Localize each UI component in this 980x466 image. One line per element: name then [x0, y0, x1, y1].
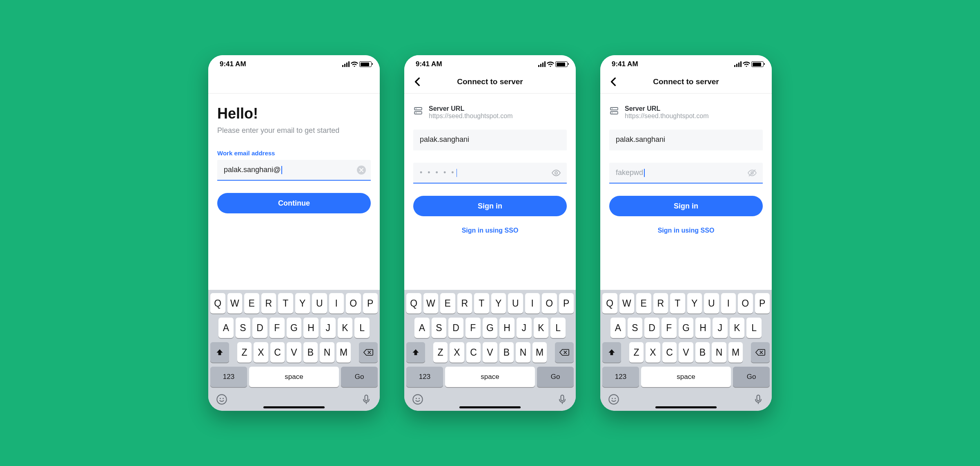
key-u[interactable]: U — [508, 293, 523, 314]
key-n[interactable]: N — [516, 342, 530, 363]
key-z[interactable]: Z — [433, 342, 448, 363]
hide-password-icon[interactable] — [747, 168, 757, 178]
key-y[interactable]: Y — [687, 293, 702, 314]
key-d[interactable]: D — [644, 318, 659, 338]
key-z[interactable]: Z — [629, 342, 644, 363]
key-b[interactable]: B — [303, 342, 318, 363]
username-field[interactable]: palak.sanghani — [413, 130, 567, 150]
key-i[interactable]: I — [525, 293, 540, 314]
emoji-icon[interactable] — [608, 394, 619, 407]
mic-icon[interactable] — [557, 394, 568, 407]
password-field[interactable]: fakepwd — [609, 163, 763, 184]
key-g[interactable]: G — [483, 318, 498, 338]
shift-key[interactable] — [406, 342, 425, 363]
key-w[interactable]: W — [227, 293, 243, 314]
key-b[interactable]: B — [695, 342, 710, 363]
key-o[interactable]: O — [542, 293, 557, 314]
key-h[interactable]: H — [499, 318, 514, 338]
home-indicator[interactable] — [655, 406, 717, 408]
key-l[interactable]: L — [746, 318, 762, 338]
password-field[interactable]: • • • • • — [413, 163, 567, 184]
key-f[interactable]: F — [662, 318, 677, 338]
key-i[interactable]: I — [329, 293, 344, 314]
keyboard[interactable]: QWERTYUIOP ASDFGHJKL ZXCVBNM 123 space G… — [208, 290, 380, 411]
mic-icon[interactable] — [361, 394, 372, 407]
key-s[interactable]: S — [432, 318, 447, 338]
key-o[interactable]: O — [346, 293, 361, 314]
key-k[interactable]: K — [338, 318, 353, 338]
key-s[interactable]: S — [236, 318, 251, 338]
key-r[interactable]: R — [261, 293, 276, 314]
home-indicator[interactable] — [263, 406, 325, 408]
go-key[interactable]: Go — [341, 367, 378, 387]
key-d[interactable]: D — [448, 318, 463, 338]
signin-button[interactable]: Sign in — [609, 196, 763, 216]
backspace-key[interactable] — [751, 342, 770, 363]
emoji-icon[interactable] — [216, 394, 227, 407]
space-key[interactable]: space — [249, 367, 339, 387]
key-e[interactable]: E — [636, 293, 651, 314]
back-button[interactable] — [605, 70, 621, 93]
key-g[interactable]: G — [679, 318, 694, 338]
key-c[interactable]: C — [270, 342, 285, 363]
go-key[interactable]: Go — [733, 367, 770, 387]
key-e[interactable]: E — [440, 293, 455, 314]
key-a[interactable]: A — [610, 318, 626, 338]
back-button[interactable] — [409, 70, 425, 93]
key-n[interactable]: N — [320, 342, 334, 363]
shift-key[interactable] — [210, 342, 229, 363]
key-t[interactable]: T — [474, 293, 489, 314]
key-v[interactable]: V — [679, 342, 693, 363]
key-k[interactable]: K — [730, 318, 745, 338]
key-b[interactable]: B — [499, 342, 514, 363]
key-m[interactable]: M — [336, 342, 351, 363]
key-u[interactable]: U — [312, 293, 327, 314]
key-d[interactable]: D — [252, 318, 267, 338]
key-j[interactable]: J — [321, 318, 336, 338]
key-x[interactable]: X — [646, 342, 660, 363]
email-field[interactable]: palak.sanghani@ — [217, 160, 371, 181]
home-indicator[interactable] — [459, 406, 521, 408]
key-c[interactable]: C — [662, 342, 677, 363]
key-t[interactable]: T — [278, 293, 293, 314]
numeric-key[interactable]: 123 — [210, 367, 247, 387]
key-z[interactable]: Z — [237, 342, 252, 363]
key-m[interactable]: M — [728, 342, 743, 363]
key-m[interactable]: M — [532, 342, 547, 363]
key-c[interactable]: C — [466, 342, 481, 363]
key-h[interactable]: H — [303, 318, 318, 338]
key-q[interactable]: Q — [602, 293, 617, 314]
keyboard[interactable]: QWERTYUIOP ASDFGHJKL ZXCVBNM 123 space G… — [600, 290, 772, 411]
mic-icon[interactable] — [753, 394, 764, 407]
key-g[interactable]: G — [287, 318, 302, 338]
numeric-key[interactable]: 123 — [406, 367, 443, 387]
key-h[interactable]: H — [695, 318, 710, 338]
key-r[interactable]: R — [457, 293, 472, 314]
key-a[interactable]: A — [218, 318, 234, 338]
go-key[interactable]: Go — [537, 367, 574, 387]
key-j[interactable]: J — [517, 318, 532, 338]
key-y[interactable]: Y — [491, 293, 506, 314]
space-key[interactable]: space — [641, 367, 731, 387]
key-l[interactable]: L — [550, 318, 566, 338]
key-p[interactable]: P — [363, 293, 378, 314]
sso-link[interactable]: Sign in using SSO — [609, 227, 763, 234]
key-k[interactable]: K — [534, 318, 549, 338]
key-r[interactable]: R — [653, 293, 668, 314]
clear-icon[interactable] — [357, 166, 366, 175]
key-y[interactable]: Y — [295, 293, 310, 314]
reveal-password-icon[interactable] — [551, 168, 561, 178]
username-field[interactable]: palak.sanghani — [609, 130, 763, 150]
key-t[interactable]: T — [670, 293, 685, 314]
key-q[interactable]: Q — [406, 293, 421, 314]
key-s[interactable]: S — [628, 318, 643, 338]
signin-button[interactable]: Sign in — [413, 196, 567, 216]
space-key[interactable]: space — [445, 367, 535, 387]
key-i[interactable]: I — [721, 293, 736, 314]
shift-key[interactable] — [602, 342, 621, 363]
key-o[interactable]: O — [738, 293, 753, 314]
key-v[interactable]: V — [287, 342, 301, 363]
key-p[interactable]: P — [559, 293, 574, 314]
key-p[interactable]: P — [755, 293, 770, 314]
keyboard[interactable]: QWERTYUIOP ASDFGHJKL ZXCVBNM 123 space G… — [404, 290, 576, 411]
